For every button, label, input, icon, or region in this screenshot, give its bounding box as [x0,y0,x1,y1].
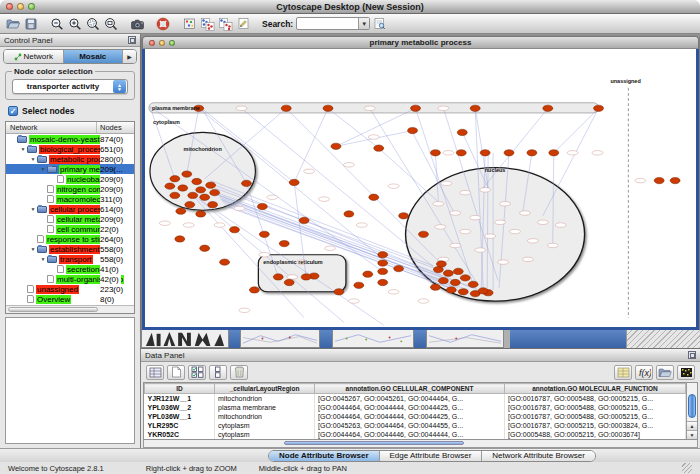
tree-row[interactable]: unassigned223(0) [6,284,134,294]
network-node[interactable] [504,150,514,156]
network-node[interactable] [369,194,379,200]
more-tabs-arrow[interactable]: ▶ [123,50,136,63]
disclosure-triangle-icon[interactable]: ▼ [39,256,47,262]
scrollbar-thumb[interactable] [8,307,98,312]
open-icon[interactable] [4,15,22,32]
network-node[interactable] [165,183,175,189]
attribute-matrix-icon[interactable] [677,365,695,380]
network-node[interactable] [419,231,429,237]
tree-hscrollbar[interactable] [6,305,134,313]
network-node[interactable] [284,279,294,285]
function-builder-icon[interactable]: f(x) [635,365,653,380]
column-header[interactable]: ID [145,384,215,394]
network-node[interactable] [182,171,192,177]
network-node[interactable] [458,289,468,295]
resize-grip[interactable] [682,463,692,473]
help-icon[interactable] [154,15,172,32]
tab-network-attribute-browser[interactable]: Network Attribute Browser [482,451,594,461]
table-hscrollbar[interactable] [143,440,698,448]
network-node[interactable] [175,236,185,242]
network-node[interactable] [210,189,220,195]
table-row[interactable]: YKR052Ccytoplasm[GO:0044464, GO:0044446,… [145,430,686,439]
network-node[interactable] [301,274,311,280]
tree-row[interactable]: ▼metabolic process280(0) [6,154,134,164]
network-node[interactable] [299,217,309,223]
network-node[interactable] [257,203,267,209]
annotation-icon[interactable] [234,15,252,32]
tab-node-attribute-browser[interactable]: Node Attribute Browser [269,451,380,461]
select-nodes-checkbox[interactable]: ✓ [8,106,18,116]
table-row[interactable]: YJR121W__1mitochondrion[GO:0045267, GO:0… [145,394,686,403]
unselect-attributes-icon[interactable] [209,365,227,380]
network-node[interactable] [408,127,418,133]
network-node[interactable] [259,231,269,237]
float-panel-icon[interactable] [688,351,696,359]
column-header[interactable]: annotation.GO MOLECULAR_FUNCTION [505,384,686,394]
network-node[interactable] [178,185,188,191]
import-attributes-icon[interactable] [614,365,632,380]
network-node[interactable] [543,105,553,111]
network-node[interactable] [323,105,333,111]
network-node[interactable] [230,227,240,233]
background-window-fragment[interactable] [332,330,414,348]
tree-row[interactable]: ▼transport558(0) [6,254,134,264]
network-node[interactable] [331,143,341,149]
disclosure-triangle-icon[interactable]: ▼ [19,146,27,152]
tree-row[interactable]: multi-organism pro42(0) [6,274,134,284]
network-node[interactable] [378,260,388,266]
tree-row[interactable]: macromolecule311(0) [6,194,134,204]
delete-attribute-icon[interactable] [230,365,248,380]
network-node[interactable] [249,287,259,293]
network-node[interactable] [354,282,364,288]
network-node[interactable] [670,177,680,183]
network-node[interactable] [344,211,354,217]
scrollbar-thumb[interactable] [284,441,464,445]
network-node[interactable] [470,105,480,111]
column-header[interactable]: _cellularLayoutRegion [215,384,315,394]
scrollbar-thumb[interactable] [688,394,696,418]
network-node[interactable] [436,261,446,267]
save-icon[interactable] [22,15,40,32]
network-node[interactable] [192,178,202,184]
network-node[interactable] [176,208,186,214]
search-options-icon[interactable] [370,15,388,32]
network-node[interactable] [334,289,344,295]
zoom-out-icon[interactable] [48,15,66,32]
disclosure-triangle-icon[interactable]: ▼ [29,206,37,212]
view-resize-corner[interactable] [626,330,700,348]
network-node[interactable] [594,105,604,111]
network-node[interactable] [527,150,537,156]
tree-row[interactable]: nucleobase-209(0) [6,174,134,184]
float-panel-icon[interactable] [128,36,136,44]
new-attribute-icon[interactable] [167,365,185,380]
network-node[interactable] [279,240,289,246]
network-node[interactable] [457,129,467,135]
table-row[interactable]: YPL036W__2plasma membrane[GO:0044464, GO… [145,403,686,412]
tree-row[interactable]: response to stimulu264(0) [6,234,134,244]
tab-edge-attribute-browser[interactable]: Edge Attribute Browser [380,451,483,461]
network-node[interactable] [654,177,664,183]
network-node[interactable] [453,268,463,274]
network-node[interactable] [206,182,216,188]
network-node[interactable] [196,211,206,217]
network-node[interactable] [196,187,206,193]
network-node[interactable] [549,150,559,156]
tree-row[interactable]: secretion41(0) [6,264,134,274]
birdseye-icon[interactable] [180,15,198,32]
network-node[interactable] [460,275,470,281]
network-node[interactable] [450,279,460,285]
load-attributes-icon[interactable] [656,365,674,380]
network-node[interactable] [394,265,404,271]
network-node[interactable] [220,259,230,265]
disclosure-triangle-icon[interactable]: ▼ [29,246,37,252]
network-node[interactable] [378,268,388,274]
network-node[interactable] [200,194,210,200]
copy-network-collapse-icon[interactable] [198,15,216,32]
network-canvas[interactable]: plasma membranecytoplasmmitochondrionnuc… [142,49,699,330]
network-node[interactable] [411,105,421,111]
tree-row[interactable]: Overview8(0) [6,294,134,304]
table-vscrollbar[interactable]: ▲ ▼ [686,383,697,439]
table-row[interactable]: YLR295Ccytoplasm[GO:0045263, GO:0044464,… [145,421,686,430]
network-node[interactable] [185,202,195,208]
network-node[interactable] [374,145,384,151]
